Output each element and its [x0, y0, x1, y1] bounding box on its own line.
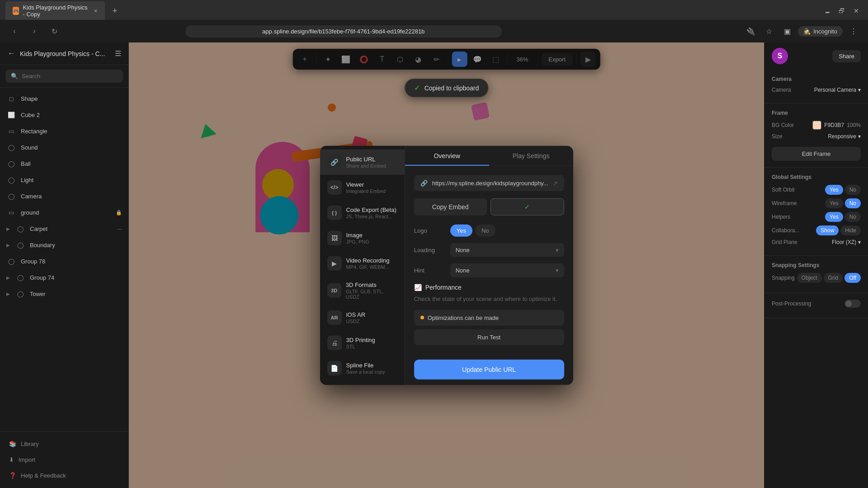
canvas-area[interactable]: + ✦ ⬜ ⭕ T ⬡ ◕ ✏ ▸ 💬 ⬚ 36% Export ▶ ✓ Cop…	[129, 42, 764, 488]
camera-dropdown[interactable]: Personal Camera ▾	[814, 87, 861, 93]
modal-item-subtitle: GLTF, GLB, STL, USDZ	[346, 289, 397, 300]
url-text: https://my.spline.design/kidsplaygroundp…	[432, 180, 548, 187]
sidebar-item-carpet[interactable]: ▶ ◯ Carpet —	[0, 221, 128, 237]
sidebar-item-group74[interactable]: ▶ ◯ Group 74	[0, 269, 128, 286]
share-button[interactable]: Share	[832, 50, 861, 62]
performance-title: Performance	[425, 284, 462, 291]
back-nav-button[interactable]: ‹	[7, 24, 22, 38]
url-row: 🔗 https://my.spline.design/kidsplaygroun…	[414, 175, 564, 191]
logo-no-button[interactable]: No	[475, 225, 495, 237]
clipboard-toast: ✓ Copied to clipboard	[405, 79, 489, 97]
size-value: Responsive	[828, 133, 856, 140]
logo-yes-button[interactable]: Yes	[450, 225, 472, 237]
spline-file-icon: 📄	[327, 361, 342, 375]
tab-close-icon[interactable]: ✕	[94, 8, 98, 14]
update-public-url-button[interactable]: Update Public URL	[414, 359, 564, 379]
help-item[interactable]: ❓ Help & Feedback	[5, 469, 123, 483]
minimize-button[interactable]: 🗕	[821, 5, 834, 17]
modal-left-text: Video Recording MP4, GIF, WEBM...	[346, 257, 390, 270]
incognito-icon: 🕵	[803, 28, 811, 35]
modal-item-video[interactable]: ▶ Video Recording MP4, GIF, WEBM...	[320, 251, 405, 276]
modal-item-code-export[interactable]: { } Code Export (Beta) JS, Three.js, Rea…	[320, 200, 405, 225]
more-options-icon[interactable]: ⋮	[846, 24, 861, 38]
wireframe-yes-button[interactable]: Yes	[825, 198, 843, 208]
snapping-grid-button[interactable]: Grid	[824, 273, 843, 283]
modal-overlay[interactable]: 🔗 Public URL Share and Embed </> Viewer …	[129, 42, 764, 488]
loading-dropdown[interactable]: None ▾	[450, 243, 564, 257]
collabora-hide-button[interactable]: Hide	[840, 225, 861, 235]
tab-overview[interactable]: Overview	[405, 146, 489, 166]
hint-dropdown[interactable]: None ▾	[450, 263, 564, 277]
tab-play-settings[interactable]: Play Settings	[489, 146, 573, 166]
modal-item-ios-ar[interactable]: AR iOS AR USDZ	[320, 305, 405, 330]
modal-item-spline-file[interactable]: 📄 Spline File Save a local copy	[320, 356, 405, 381]
logo-label: Logo	[414, 227, 450, 234]
snapping-row: Snapping Object Grid Off	[772, 273, 861, 283]
modal-item-3d-formats[interactable]: 3D 3D Formats GLTF, GLB, STL, USDZ	[320, 276, 405, 305]
sidebar-item-sound[interactable]: ◯ Sound	[0, 139, 128, 155]
sidebar-item-label: Rectangle	[21, 128, 47, 135]
modal-item-title: 3D Formats	[346, 282, 397, 288]
modal-left-panel: 🔗 Public URL Share and Embed </> Viewer …	[320, 146, 405, 385]
sidebar-item-rectangle[interactable]: ▭ Rectangle	[0, 123, 128, 139]
helpers-yes-button[interactable]: Yes	[825, 212, 843, 222]
size-dropdown[interactable]: Responsive ▾	[828, 133, 861, 140]
soft-orbit-label: Soft Orbit	[772, 187, 825, 193]
sidebar-item-tower[interactable]: ▶ ◯ Tower	[0, 286, 128, 302]
search-input[interactable]	[22, 73, 118, 80]
modal-left-text: Spline File Save a local copy	[346, 362, 385, 375]
edit-frame-button[interactable]: Edit Frame	[772, 147, 861, 161]
search-input-wrap[interactable]: 🔍	[5, 70, 123, 83]
browser-tab[interactable]: 🎮 Kids Playground Physics - Copy ✕	[5, 1, 105, 20]
export-modal: 🔗 Public URL Share and Embed </> Viewer …	[320, 146, 573, 385]
external-link-icon[interactable]: ↗	[553, 180, 558, 187]
sidebar-item-ground[interactable]: ▭ ground 🔒	[0, 204, 128, 221]
reload-button[interactable]: ↻	[47, 24, 61, 38]
collabora-show-button[interactable]: Show	[816, 225, 839, 235]
bg-color-swatch[interactable]	[812, 121, 821, 130]
loading-option-row: Loading None ▾	[414, 243, 564, 257]
import-item[interactable]: ⬇ Import	[5, 453, 123, 467]
group78-icon: ◯	[6, 256, 16, 266]
modal-item-viewer[interactable]: </> Viewer Integrated Embed	[320, 175, 405, 200]
bookmark-icon[interactable]: ☆	[762, 24, 776, 38]
forward-nav-button[interactable]: ›	[27, 24, 42, 38]
address-bar[interactable]: app.spline.design/file/b153febe-f76f-476…	[185, 25, 502, 38]
sidebar-item-ball[interactable]: ◯ Ball	[0, 155, 128, 172]
maximize-button[interactable]: 🗗	[835, 5, 848, 17]
3d-printing-icon: 🖨	[327, 336, 342, 350]
sidebar-item-cube2[interactable]: ⬜ Cube 2	[0, 107, 128, 123]
sidebar-menu-button[interactable]: ☰	[115, 49, 121, 58]
wireframe-row: Wireframe Yes No	[772, 198, 861, 208]
run-test-button[interactable]: Run Test	[414, 329, 564, 345]
modal-left-text: Public URL Share and Embed	[346, 156, 387, 169]
search-icon: 🔍	[11, 73, 18, 80]
wireframe-label: Wireframe	[772, 200, 825, 206]
soft-orbit-no-button[interactable]: No	[845, 185, 861, 195]
modal-item-3d-printing[interactable]: 🖨 3D Printing STL	[320, 330, 405, 356]
bg-color-pct: 100%	[847, 122, 861, 128]
extensions-icon[interactable]: 🔌	[744, 24, 758, 38]
sidebar-toggle-icon[interactable]: ▣	[780, 24, 794, 38]
copy-check-button[interactable]: ✓	[491, 198, 564, 216]
sidebar-back-button[interactable]: ←	[7, 49, 15, 58]
grid-plane-dropdown[interactable]: Floor (XZ) ▾	[832, 239, 861, 245]
sidebar-item-boundary[interactable]: ▶ ◯ Boundary	[0, 237, 128, 253]
sidebar-item-shape[interactable]: ◻ Shape	[0, 90, 128, 107]
post-processing-toggle[interactable]	[844, 300, 861, 308]
sidebar-item-light[interactable]: ◯ Light	[0, 172, 128, 188]
modal-item-image[interactable]: 🖼 Image JPG, PNG	[320, 225, 405, 251]
helpers-no-button[interactable]: No	[845, 212, 861, 222]
chevron-right-icon: ▶	[6, 243, 10, 248]
sidebar-item-group78[interactable]: ◯ Group 78	[0, 253, 128, 269]
copy-embed-button[interactable]: Copy Embed	[414, 198, 487, 216]
sidebar-item-camera[interactable]: ◯ Camera	[0, 188, 128, 204]
snapping-object-button[interactable]: Object	[797, 273, 822, 283]
modal-item-public-url[interactable]: 🔗 Public URL Share and Embed	[320, 150, 405, 175]
close-button[interactable]: ✕	[850, 5, 863, 17]
soft-orbit-yes-button[interactable]: Yes	[825, 185, 843, 195]
new-tab-button[interactable]: +	[108, 5, 121, 17]
library-item[interactable]: 📚 Library	[5, 437, 123, 451]
snapping-off-button[interactable]: Off	[844, 273, 861, 283]
wireframe-no-button[interactable]: No	[845, 198, 861, 208]
